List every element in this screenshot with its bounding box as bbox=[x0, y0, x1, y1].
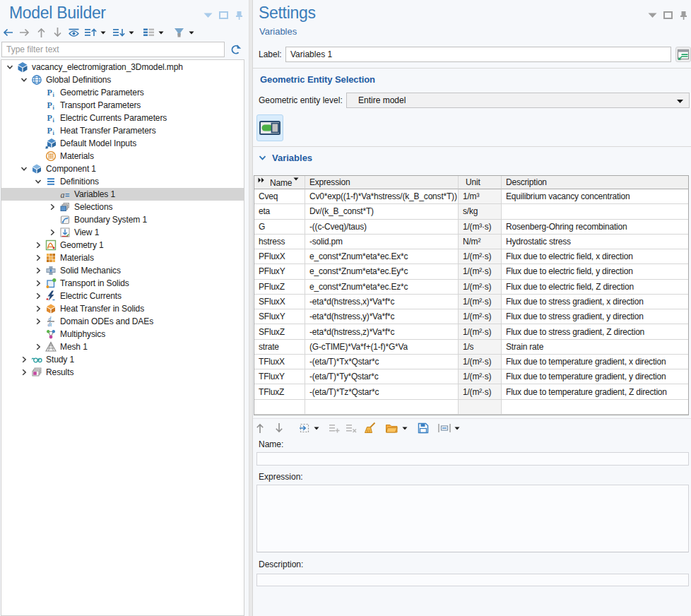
tree-node-results[interactable]: Results bbox=[1, 366, 244, 379]
tree-node-materials[interactable]: Materials bbox=[1, 251, 244, 264]
panel-menu-icon[interactable] bbox=[203, 11, 213, 19]
table-cell-expression-hstress[interactable]: -solid.pm bbox=[305, 235, 459, 249]
table-cell-description-sfluxy[interactable]: Flux due to stress gradient, y direction bbox=[502, 309, 688, 324]
tree-node-multiphysics[interactable]: Multiphysics bbox=[1, 328, 244, 340]
table-cell-unit-pfluxz[interactable]: 1/(m²·s) bbox=[459, 280, 502, 295]
table-cell-name-eta[interactable]: eta bbox=[254, 204, 305, 219]
chevron-expanded-icon[interactable] bbox=[33, 175, 44, 188]
float-window-icon[interactable] bbox=[663, 11, 673, 19]
table-cell-name-pfluxx[interactable]: PFluxX bbox=[254, 249, 305, 264]
tree-node-boundary-system-1[interactable]: Boundary System 1 bbox=[1, 213, 244, 226]
table-cell-expression-g[interactable]: -((c-Cveq)/taus) bbox=[305, 220, 459, 235]
table-cell-unit-tfluxz[interactable]: 1/(m²·s) bbox=[459, 384, 502, 399]
pin-icon[interactable] bbox=[678, 11, 688, 19]
move-up-button[interactable] bbox=[35, 25, 48, 40]
chevron-collapsed-icon[interactable] bbox=[33, 264, 44, 277]
add-button[interactable] bbox=[328, 421, 341, 435]
chevron-expanded-icon[interactable] bbox=[18, 73, 30, 86]
table-cell-unit-g[interactable]: 1/(m³·s) bbox=[459, 220, 502, 235]
expand-button[interactable] bbox=[84, 25, 106, 40]
table-cell-name-sfluxy[interactable]: SFluxY bbox=[254, 309, 305, 324]
chevron-collapsed-icon[interactable] bbox=[47, 226, 58, 239]
chevron-collapsed-icon[interactable] bbox=[33, 239, 44, 251]
table-cell-expression-tfluxz[interactable]: -(eta/T)*Tz*Qstar*c bbox=[305, 384, 459, 399]
tree-node-global-definitions[interactable]: Global Definitions bbox=[1, 73, 244, 86]
tree-node-view-1[interactable]: View 1 bbox=[1, 226, 244, 239]
variables-section-header[interactable]: Variables bbox=[259, 150, 312, 165]
column-header-expression[interactable]: Expression bbox=[305, 176, 459, 189]
back-button[interactable] bbox=[1, 25, 15, 40]
tree-node-vacancy-electromigration-3dmodel-mph[interactable]: vacancy_electromigration_3Dmodel.mph bbox=[1, 61, 244, 73]
delete-button[interactable] bbox=[345, 421, 358, 435]
table-cell-expression-tfluxx[interactable]: -(eta/T)*Tx*Qstar*c bbox=[305, 355, 459, 369]
table-cell-expression-empty[interactable] bbox=[305, 400, 459, 415]
move-down-button[interactable] bbox=[273, 421, 285, 435]
table-cell-expression-sfluxz[interactable]: -eta*d(hstress,z)*Va*f*c bbox=[305, 324, 459, 339]
chevron-collapsed-icon[interactable] bbox=[33, 315, 44, 328]
header-expand-icon[interactable] bbox=[258, 177, 265, 183]
table-cell-unit-sfluxz[interactable]: 1/(m²·s) bbox=[459, 324, 502, 339]
table-cell-name-cveq[interactable]: Cveq bbox=[254, 189, 305, 204]
forward-button[interactable] bbox=[18, 25, 31, 40]
table-cell-expression-pfluxz[interactable]: e_const*Znum*eta*ec.Ez*c bbox=[305, 280, 459, 295]
table-cell-description-cveq[interactable]: Equilibrium vacancy concentration bbox=[502, 189, 688, 204]
table-cell-description-pfluxz[interactable]: Flux due to electric field, Z direction bbox=[502, 280, 688, 295]
tree-node-transport-in-solids[interactable]: Transport in Solids bbox=[1, 277, 244, 290]
clear-table-button[interactable] bbox=[364, 421, 377, 435]
chevron-collapsed-icon[interactable] bbox=[18, 353, 30, 366]
panel-menu-icon[interactable] bbox=[647, 11, 657, 19]
goto-source-button[interactable] bbox=[675, 47, 691, 62]
tree-node-variables-1[interactable]: a=Variables 1 bbox=[1, 188, 244, 201]
table-cell-description-tfluxy[interactable]: Flux due to temperature gradient, y dire… bbox=[502, 369, 688, 384]
tree-node-geometric-parameters[interactable]: PiGeometric Parameters bbox=[1, 86, 244, 99]
table-cell-unit-sfluxx[interactable]: 1/(m²·s) bbox=[459, 295, 502, 309]
table-cell-expression-sfluxx[interactable]: -eta*d(hstress,x)*Va*f*c bbox=[305, 295, 459, 309]
table-cell-unit-hstress[interactable]: N/m² bbox=[459, 235, 502, 249]
table-cell-description-sfluxz[interactable]: Flux due to stress gradient, Z direction bbox=[502, 324, 688, 339]
table-cell-expression-pfluxy[interactable]: e_const*Znum*eta*ec.Ey*c bbox=[305, 264, 459, 279]
filter-button[interactable] bbox=[172, 25, 194, 40]
table-cell-unit-tfluxx[interactable]: 1/(m²·s) bbox=[459, 355, 502, 369]
column-header-unit[interactable]: Unit bbox=[459, 176, 502, 189]
table-cell-name-sfluxz[interactable]: SFluxZ bbox=[254, 324, 305, 339]
label-input[interactable] bbox=[285, 47, 671, 62]
chevron-expanded-icon[interactable] bbox=[4, 61, 16, 73]
move-to-button[interactable] bbox=[298, 421, 319, 435]
table-cell-unit-sfluxy[interactable]: 1/(m²·s) bbox=[459, 309, 502, 324]
table-cell-description-tfluxz[interactable]: Flux due to temperature gradient, Z dire… bbox=[502, 384, 688, 399]
model-tree-node-text-button[interactable] bbox=[142, 25, 164, 40]
show-button[interactable] bbox=[67, 25, 81, 40]
table-width-button[interactable] bbox=[437, 421, 460, 435]
table-cell-expression-pfluxx[interactable]: e_const*Znum*eta*ec.Ex*c bbox=[305, 249, 459, 264]
tree-node-solid-mechanics[interactable]: Solid Mechanics bbox=[1, 264, 244, 277]
table-cell-name-g[interactable]: G bbox=[254, 220, 305, 235]
table-cell-expression-sfluxy[interactable]: -eta*d(hstress,y)*Va*f*c bbox=[305, 309, 459, 324]
expression-textarea[interactable] bbox=[256, 485, 689, 552]
table-cell-description-eta[interactable] bbox=[502, 204, 688, 219]
chevron-collapsed-icon[interactable] bbox=[33, 290, 44, 302]
column-header-name[interactable]: Name bbox=[254, 176, 305, 189]
move-up-button[interactable] bbox=[254, 421, 266, 435]
active-selection-toggle-button[interactable] bbox=[256, 114, 283, 141]
tree-node-domain-odes-and-daes[interactable]: ddtDomain ODEs and DAEs bbox=[1, 315, 244, 328]
tree-node-component-1[interactable]: Component 1 bbox=[1, 162, 244, 175]
table-cell-description-tfluxx[interactable]: Flux due to temperature gradient, x dire… bbox=[502, 355, 688, 369]
table-cell-expression-cveq[interactable]: Cv0*exp((1-f)*Va*hstress/(k_B_const*T)) bbox=[305, 189, 459, 204]
chevron-collapsed-icon[interactable] bbox=[33, 302, 44, 315]
table-cell-unit-eta[interactable]: s/kg bbox=[459, 204, 502, 219]
table-cell-description-strate[interactable]: Strain rate bbox=[502, 340, 688, 355]
table-cell-description-pfluxy[interactable]: Flux due to electric field, y direction bbox=[502, 264, 688, 279]
chevron-expanded-icon[interactable] bbox=[18, 162, 30, 175]
chevron-collapsed-icon[interactable] bbox=[33, 277, 44, 290]
chevron-collapsed-icon[interactable] bbox=[47, 201, 58, 213]
tree-node-transport-parameters[interactable]: PiTransport Parameters bbox=[1, 99, 244, 112]
geometric-entity-level-select[interactable]: Entire model bbox=[346, 93, 690, 108]
tree-node-electric-currents-parameters[interactable]: PiElectric Currents Parameters bbox=[1, 112, 244, 124]
header-sort-caret-icon[interactable] bbox=[293, 177, 299, 181]
description-input[interactable] bbox=[256, 574, 689, 586]
table-cell-description-pfluxx[interactable]: Flux due to electric field, x direction bbox=[502, 249, 688, 264]
table-cell-name-tfluxy[interactable]: TFluxY bbox=[254, 369, 305, 384]
table-cell-name-hstress[interactable]: hstress bbox=[254, 235, 305, 249]
table-cell-name-sfluxx[interactable]: SFluxX bbox=[254, 295, 305, 309]
table-cell-unit-strate[interactable]: 1/s bbox=[459, 340, 502, 355]
